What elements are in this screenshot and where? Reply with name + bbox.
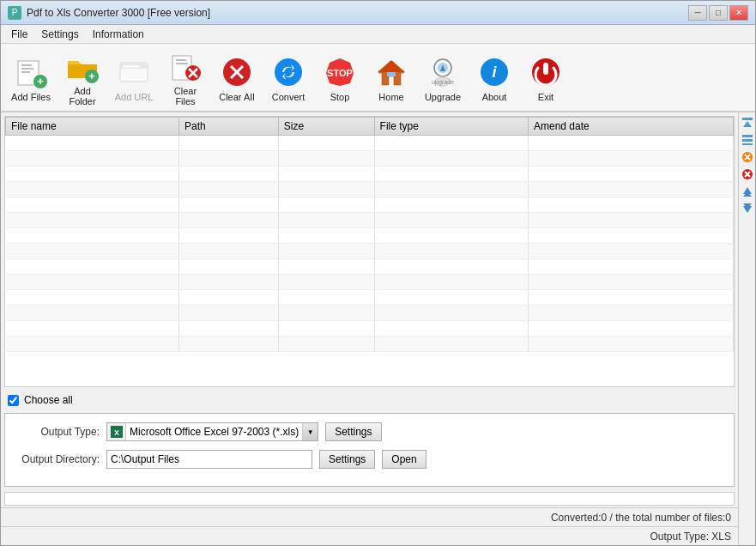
svg-rect-12 — [176, 59, 186, 61]
stop-label: Stop — [330, 92, 350, 102]
file-table-container[interactable]: File name Path Size File type Amend date — [4, 116, 735, 387]
output-dir-input[interactable] — [106, 450, 312, 469]
svg-rect-33 — [543, 63, 548, 75]
svg-rect-40 — [742, 143, 753, 145]
sidebar-list-button[interactable] — [741, 133, 754, 147]
app-icon: P — [8, 6, 21, 20]
clear-files-label: Clear Files — [163, 86, 208, 106]
col-size: Size — [278, 118, 374, 136]
col-filetype: File type — [374, 118, 528, 136]
output-type-select-container[interactable]: X Microsoft Office Excel 97-2003 (*.xls)… — [106, 422, 318, 441]
table-row — [6, 136, 734, 151]
table-row — [6, 290, 734, 306]
add-folder-button[interactable]: + Add Folder — [57, 47, 107, 107]
minimize-button[interactable]: ─ — [688, 5, 707, 21]
svg-text:upgrade: upgrade — [432, 79, 454, 86]
sidebar-scroll-top-button[interactable] — [741, 116, 754, 130]
file-area: File name Path Size File type Amend date — [1, 112, 738, 545]
title-bar: P Pdf to Xls Converter 3000 [Free versio… — [1, 1, 755, 25]
output-dir-row: Output Directory: Settings Open — [14, 450, 725, 469]
svg-point-20 — [275, 58, 302, 86]
add-files-icon: + — [14, 55, 48, 89]
title-bar-left: P Pdf to Xls Converter 3000 [Free versio… — [8, 6, 210, 20]
table-row — [6, 213, 734, 228]
output-type-bar: Output Type: XLS — [1, 526, 738, 545]
choose-all-row: Choose all — [1, 391, 738, 410]
upgrade-icon: upgrade — [426, 55, 460, 89]
stop-icon: STOP — [323, 55, 357, 89]
table-row — [6, 321, 734, 337]
add-url-icon — [117, 55, 151, 89]
table-row — [6, 337, 734, 352]
converted-status: Converted:0 / the total number of files:… — [551, 512, 731, 524]
home-label: Home — [378, 92, 403, 102]
settings-panel: Output Type: X Microsoft Office Excel 97… — [4, 413, 735, 487]
choose-all-label: Choose all — [24, 394, 73, 406]
clear-files-icon — [168, 51, 203, 83]
upgrade-button[interactable]: upgrade Upgrade — [418, 47, 468, 107]
table-row — [6, 151, 734, 167]
add-folder-label: Add Folder — [60, 86, 105, 106]
svg-text:+: + — [37, 75, 44, 88]
exit-button[interactable]: Exit — [521, 47, 571, 107]
upgrade-label: Upgrade — [425, 92, 461, 102]
file-table: File name Path Size File type Amend date — [5, 117, 734, 352]
svg-rect-39 — [742, 139, 753, 142]
svg-rect-3 — [21, 71, 30, 73]
sidebar-remove-all-button[interactable] — [741, 167, 754, 181]
menu-bar: File Settings Information — [1, 25, 755, 44]
window-title: Pdf to Xls Converter 3000 [Free version] — [27, 7, 210, 19]
svg-rect-10 — [123, 65, 140, 68]
sidebar-remove-button[interactable] — [741, 150, 754, 164]
output-type-status: Output Type: XLS — [650, 531, 731, 543]
table-row — [6, 197, 734, 213]
home-button[interactable]: Home — [366, 47, 416, 107]
convert-icon — [271, 55, 305, 89]
right-sidebar — [738, 112, 755, 545]
table-row — [6, 275, 734, 290]
add-url-label: Add URL — [115, 92, 154, 102]
convert-button[interactable]: Convert — [263, 47, 313, 107]
table-row — [6, 182, 734, 197]
output-type-dropdown-arrow[interactable]: ▼ — [302, 423, 318, 440]
svg-rect-1 — [21, 64, 32, 66]
sidebar-move-down-button[interactable] — [741, 202, 754, 215]
add-files-button[interactable]: + Add Files — [6, 47, 56, 107]
table-row — [6, 259, 734, 275]
add-files-label: Add Files — [11, 92, 51, 102]
menu-file[interactable]: File — [4, 27, 34, 42]
convert-label: Convert — [272, 92, 305, 102]
col-path: Path — [178, 118, 278, 136]
output-type-settings-button[interactable]: Settings — [325, 422, 381, 441]
menu-settings[interactable]: Settings — [34, 27, 85, 42]
window-controls: ─ □ ✕ — [688, 5, 748, 21]
svg-marker-25 — [378, 60, 405, 72]
main-window: P Pdf to Xls Converter 3000 [Free versio… — [0, 0, 756, 546]
clear-all-button[interactable]: Clear AIl — [212, 47, 262, 107]
add-url-button: Add URL — [109, 47, 159, 107]
choose-all-checkbox[interactable] — [8, 395, 19, 406]
col-amenddate: Amend date — [529, 118, 734, 136]
svg-marker-37 — [743, 121, 752, 127]
output-dir-label: Output Directory: — [14, 453, 100, 465]
clear-all-icon — [220, 55, 254, 89]
svg-text:STOP: STOP — [327, 68, 353, 78]
svg-rect-36 — [742, 118, 753, 120]
about-button[interactable]: i About — [469, 47, 519, 107]
add-folder-icon: + — [65, 51, 100, 83]
toolbar: + Add Files + Add Folder — [1, 44, 755, 112]
about-label: About — [482, 92, 507, 102]
output-dir-settings-button[interactable]: Settings — [319, 450, 375, 469]
svg-text:X: X — [113, 428, 118, 437]
stop-button[interactable]: STOP Stop — [315, 47, 365, 107]
table-row — [6, 228, 734, 244]
clear-files-button[interactable]: Clear Files — [160, 47, 210, 107]
exit-icon — [529, 55, 563, 89]
main-content: File name Path Size File type Amend date — [1, 112, 755, 545]
sidebar-move-up-button[interactable] — [741, 185, 754, 198]
open-dir-button[interactable]: Open — [382, 450, 426, 469]
close-button[interactable]: ✕ — [729, 5, 748, 21]
menu-information[interactable]: Information — [86, 27, 151, 42]
exit-label: Exit — [538, 92, 553, 102]
maximize-button[interactable]: □ — [709, 5, 728, 21]
